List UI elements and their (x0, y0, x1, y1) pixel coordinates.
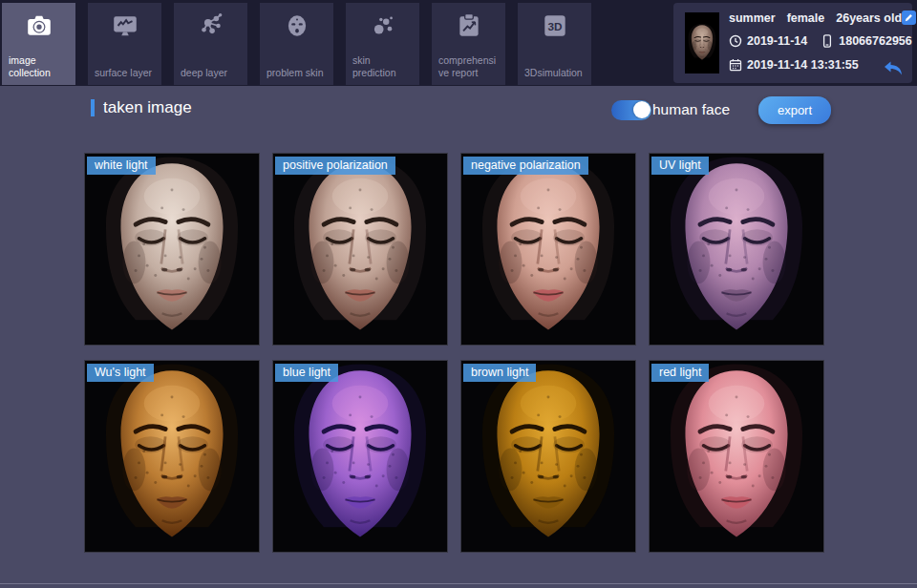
image-mode-label: white light (87, 157, 156, 175)
human-face-toggle[interactable] (611, 100, 651, 120)
patient-date-phone-row: 2019-11-14 18066762956 (729, 34, 905, 48)
tab-label: surface layer (95, 67, 157, 78)
gallery-tile[interactable]: negative polarization (460, 153, 636, 346)
patient-photo-thumbnail (685, 12, 719, 74)
title-accent-bar (91, 99, 95, 116)
gallery-tile[interactable]: blue light (272, 360, 448, 553)
patient-info-panel: summer female 26years old 201 (673, 3, 912, 83)
patient-datetime: 2019-11-14 13:31:55 (747, 58, 859, 72)
tab-label: comprehensive report (438, 54, 501, 78)
gallery-tile[interactable]: brown light (460, 360, 636, 553)
skin-analyzer-app: image collection surface layer (0, 0, 917, 588)
toggle-label: human face (652, 101, 730, 118)
tab-label: problem skin (267, 67, 329, 78)
patient-identity-row: summer female 26years old (729, 10, 905, 25)
svg-text:3D: 3D (547, 20, 562, 32)
image-mode-label: brown light (463, 364, 536, 382)
content-area: taken image human face export white ligh… (0, 86, 917, 588)
tab-surface-layer[interactable]: surface layer (88, 3, 161, 85)
image-mode-label: Wu's light (87, 364, 154, 382)
report-clipboard-icon (455, 11, 483, 40)
calendar-icon (729, 58, 742, 72)
bottom-divider (0, 583, 917, 584)
edit-icon[interactable] (902, 10, 916, 25)
tab-label: 3Dsimulation (524, 67, 586, 78)
patient-name: summer (729, 11, 776, 25)
image-mode-label: negative polarization (463, 157, 588, 175)
image-mode-label: red light (651, 364, 709, 382)
tab-deep-layer[interactable]: deep layer (174, 3, 247, 85)
image-mode-label: positive polarization (275, 157, 395, 175)
tab-image-collection[interactable]: image collection (2, 3, 75, 85)
image-gallery-grid: white light positive polarization (84, 153, 824, 553)
patient-age: 26years old (836, 11, 902, 25)
section-title: taken image (103, 98, 192, 117)
patient-gender: female (787, 11, 825, 25)
patient-date: 2019-11-14 (747, 34, 807, 48)
phone-icon (821, 34, 834, 48)
export-button[interactable]: export (758, 96, 831, 124)
camera-icon (25, 11, 53, 40)
gallery-tile[interactable]: UV light (649, 153, 824, 346)
toggle-knob (633, 101, 650, 118)
face-icon (283, 11, 311, 40)
section-title-wrap: taken image (91, 98, 192, 117)
bubbles-icon (369, 11, 397, 40)
top-toolbar: image collection surface layer (0, 0, 917, 86)
gallery-tile[interactable]: white light (84, 153, 260, 346)
patient-datetime-row: 2019-11-14 13:31:55 (729, 58, 905, 72)
tab-problem-skin[interactable]: problem skin (260, 3, 333, 85)
gallery-tile[interactable]: Wu's light (84, 360, 260, 553)
section-header: taken image human face export (0, 86, 917, 143)
patient-phone: 18066762956 (839, 34, 911, 48)
network-nodes-icon (197, 11, 225, 40)
image-mode-label: blue light (275, 364, 338, 382)
gallery-tile[interactable]: positive polarization (272, 153, 448, 346)
clock-icon (729, 34, 742, 48)
monitor-wave-icon (111, 11, 139, 40)
tab-skin-prediction[interactable]: skin prediction (346, 3, 419, 85)
tab-3d-simulation[interactable]: 3D 3Dsimulation (518, 3, 591, 85)
section-controls: human face export (611, 95, 831, 124)
gallery-tile[interactable]: red light (649, 360, 824, 553)
image-mode-label: UV light (651, 157, 709, 175)
tab-comprehensive-report[interactable]: comprehensive report (432, 3, 505, 85)
tab-label: skin prediction (352, 54, 415, 78)
3d-cube-icon: 3D (541, 11, 569, 40)
back-icon[interactable] (882, 58, 905, 78)
tab-label: image collection (9, 54, 71, 78)
tab-label: deep layer (181, 67, 243, 78)
